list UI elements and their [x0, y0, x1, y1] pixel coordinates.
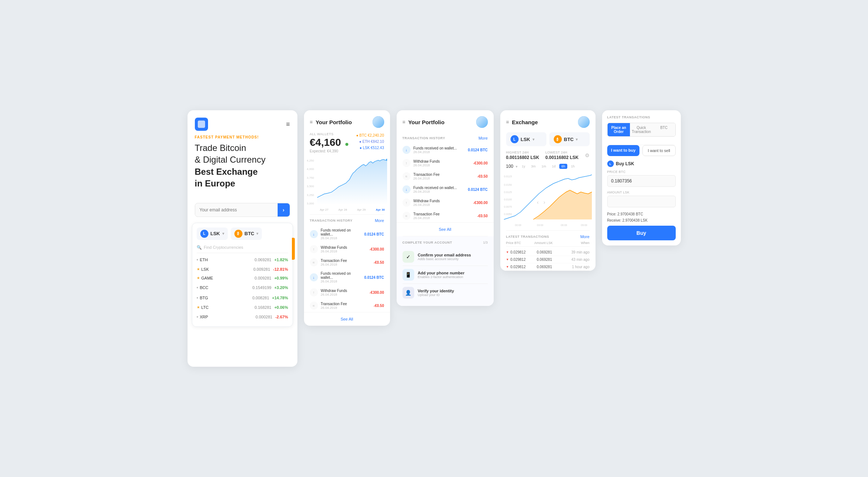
tx-amount: 0.0124 BTC	[468, 148, 488, 152]
complete-item-text: Verify your identity Upload your ID	[418, 289, 454, 297]
panel2-avatar	[372, 116, 384, 128]
complete-item-sub: Upload your ID	[418, 293, 454, 297]
crypto-row[interactable]: ★ LTC 0.168281 +0.06%	[197, 303, 288, 312]
settings-icon[interactable]: ⚙	[585, 152, 590, 158]
p5-tabs: Place an Order Quick Transaction BTC	[607, 123, 676, 137]
tx-date: 26.04.2018	[321, 236, 361, 240]
amount-input[interactable]	[607, 196, 676, 207]
tx-info: Funds received on wallet... 26.04.2018	[413, 146, 465, 154]
period-1y[interactable]: 1y	[520, 164, 528, 169]
svg-text:06:00: 06:00	[561, 224, 567, 226]
ex-lsk-selector[interactable]: L LSK ▾	[506, 132, 546, 146]
complete-item[interactable]: 📱 Add your phone number Enables 2-factor…	[403, 266, 488, 284]
crypto-change: +0.99%	[274, 276, 288, 280]
wallet-label: ALL WALLETS	[310, 132, 348, 136]
tab-btc[interactable]: BTC	[653, 123, 675, 136]
tx-amount: 0.069281	[537, 250, 563, 254]
complete-item[interactable]: ✓ Confirm your email address Adds basic …	[403, 248, 488, 266]
p2-section-header: TRANSACTION HISTORY More	[304, 215, 390, 226]
chart-y-label: 3,000	[307, 202, 314, 205]
svg-text:0.0150: 0.0150	[504, 184, 512, 186]
time-arrow-left: ▾	[516, 164, 518, 169]
tx-amount: 0.069281	[537, 265, 563, 269]
crypto-row[interactable]: • BTG 0.008281 +14.78%	[197, 293, 288, 303]
p3-section-header: TRANSACTION HISTORY More	[397, 132, 494, 143]
tx-name: Withdraw Funds	[413, 159, 471, 163]
p4-col-amount: Amount LSK	[534, 241, 561, 245]
tx-date: 26.04.2018	[413, 203, 471, 207]
svg-text:0.0115: 0.0115	[504, 175, 512, 178]
tx-row: ↓ Funds received on wallet... 26.04.2018…	[397, 183, 494, 196]
tx-row: ↑ Withdraw Funds 26.04.2018 -€300.00	[304, 243, 390, 256]
lsk-selector[interactable]: L LSK ▾	[197, 228, 228, 240]
crypto-row[interactable]: ★ GAME 0.009281 +0.99%	[197, 274, 288, 282]
tx-date: 26.04.2018	[413, 150, 465, 154]
period-3m[interactable]: 3m	[529, 164, 538, 169]
panel3-hamburger-icon[interactable]: ≡	[403, 119, 405, 125]
crypto-row[interactable]: • ETH 0.069281 +1.82%	[197, 255, 288, 265]
buy-tab[interactable]: I want to buy	[607, 145, 640, 156]
panel3-avatar	[476, 116, 488, 128]
logo-inner	[198, 121, 205, 128]
tx-name: Funds received on wallet...	[413, 186, 465, 190]
wallet-expected: Expected: €4,390	[310, 149, 348, 153]
lsk-value: ● LSK €512.43	[356, 145, 384, 151]
period-1d[interactable]: 1d	[550, 164, 558, 169]
tab-place-order[interactable]: Place an Order	[608, 123, 630, 136]
latest-tx-row: ▼ 0.029812 0.069281 1 hour ago	[506, 263, 590, 271]
panel2-hamburger-icon[interactable]: ≡	[310, 119, 313, 125]
ex-btc-selector[interactable]: ₿ BTC ▾	[549, 132, 590, 146]
tx-name: Withdraw Funds	[413, 199, 471, 203]
chart-x-label: Apr 30	[376, 208, 385, 211]
tab-quick-transaction[interactable]: Quick Transaction	[630, 123, 653, 136]
crypto-price: 0.009281	[255, 276, 271, 280]
crypto-row[interactable]: ★ LSK 0.009281 -12.81%	[197, 265, 288, 274]
sell-tab[interactable]: I want to sell	[642, 145, 676, 156]
crypto-price: 0.069281	[255, 258, 271, 262]
buy-lsk-label: L Buy LSK	[607, 160, 676, 167]
search-placeholder-text[interactable]: Find Cryptocurrencies	[204, 245, 244, 249]
tx-row: ↑ Withdraw Funds 26.04.2018 -€300.00	[304, 286, 390, 299]
tx-price: 0.029812	[511, 250, 537, 254]
p4-col-price: Price BTC	[506, 241, 533, 245]
dot-icon: •	[197, 257, 199, 263]
p3-more-link[interactable]: More	[478, 136, 487, 140]
tx-info: Transaction Fee 26.04.2018	[321, 259, 371, 266]
period-1m[interactable]: 1m	[539, 164, 549, 169]
p2-see-all[interactable]: See All	[304, 312, 390, 326]
p1-header: ≡	[188, 110, 297, 135]
avatar-inner-4	[578, 116, 590, 128]
period-6h[interactable]: 6h	[559, 164, 567, 169]
svg-text:‹: ‹	[537, 199, 539, 205]
tx-amount: -€0.50	[477, 174, 487, 178]
tx-when: 43 min ago	[563, 258, 590, 262]
chart-y-label: 3,500	[307, 185, 314, 188]
complete-item-icon: ✓	[403, 251, 414, 263]
p4-tx-headers: Price BTC Amount LSK When	[506, 241, 590, 247]
complete-item[interactable]: 👤 Verify your identity Upload your ID	[403, 284, 488, 302]
price-label: Price BTC	[607, 170, 676, 174]
panel4-hamburger-icon[interactable]: ≡	[506, 119, 509, 125]
p2-more-link[interactable]: More	[375, 218, 384, 223]
crypto-row[interactable]: • XRP 0.000281 -2.67%	[197, 312, 288, 322]
crypto-row[interactable]: • BCC 0.1549199 +3.20%	[197, 282, 288, 293]
tx-date: 26.04.2018	[321, 293, 367, 296]
lowest-24h: LOWEST 24H 0.00116802 LSK	[545, 151, 582, 160]
crypto-name: LSK	[201, 267, 253, 271]
hamburger-icon[interactable]: ≡	[286, 121, 290, 128]
email-submit-button[interactable]: ›	[278, 203, 290, 217]
price-input[interactable]	[607, 175, 676, 187]
crypto-price: 0.168281	[255, 305, 271, 310]
email-row: ›	[195, 203, 290, 217]
btc-selector[interactable]: ₿ BTC ▾	[231, 228, 262, 240]
tx-indicator: ▼	[506, 251, 509, 254]
fastest-label: FASTEST PAYMENT METHODS!	[188, 135, 297, 142]
buy-button[interactable]: Buy	[607, 226, 676, 240]
crypto-change: -12.81%	[273, 267, 288, 271]
tx-amount: -€300.00	[473, 161, 487, 165]
p4-more-link[interactable]: More	[580, 234, 589, 239]
p3-see-all[interactable]: See All	[397, 222, 494, 236]
period-1h[interactable]: 1h	[569, 164, 577, 169]
price-display: Price: 2.9700438 BTC	[607, 211, 676, 217]
email-input[interactable]	[195, 204, 278, 216]
